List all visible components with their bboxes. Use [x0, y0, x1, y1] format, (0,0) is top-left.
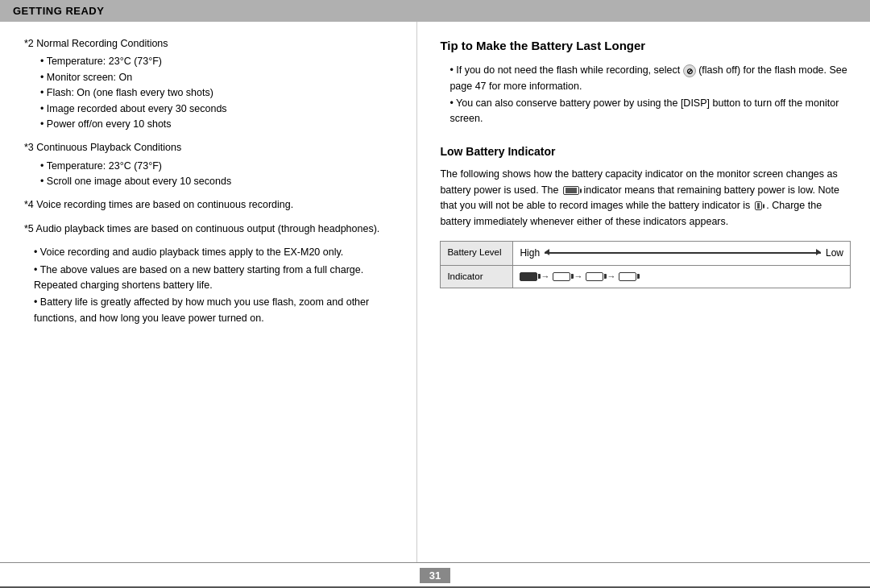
body-text: The following shows how the battery capa… — [440, 167, 851, 230]
note4-text: *4 Voice recording times are based on co… — [24, 197, 400, 213]
bullet1-part1: If you do not need the flash while recor… — [456, 64, 680, 76]
arrow-icon: → — [607, 270, 615, 284]
note2-title: *2 Normal Recording Conditions — [24, 36, 400, 52]
right-column: Tip to Make the Battery Last Longer If y… — [417, 22, 870, 562]
list-item: Battery life is greatly affected by how … — [34, 295, 400, 326]
page-number: 31 — [420, 568, 450, 583]
table-row-1: Battery Level High Low — [441, 241, 851, 265]
right-bullet-list: If you do not need the flash while recor… — [440, 63, 851, 127]
high-label: High — [520, 246, 540, 261]
right-list-item-1: If you do not need the flash while recor… — [450, 63, 851, 94]
list-item: Voice recording and audio playback times… — [34, 245, 400, 260]
header-label: GETTING READY — [13, 5, 104, 17]
header-bar: GETTING READY — [0, 0, 870, 22]
battery-icons-row: → → → — [520, 270, 843, 284]
list-item: Power off/on every 10 shots — [40, 117, 400, 132]
list-item: Temperature: 23°C (73°F) — [40, 54, 400, 69]
section2-title: Low Battery Indicator — [440, 143, 851, 161]
bullet-list: Voice recording and audio playback times… — [24, 245, 400, 326]
note2-block: *2 Normal Recording Conditions Temperatu… — [24, 36, 400, 132]
indicator-label: Indicator — [441, 265, 513, 288]
note5-block: *5 Audio playback times are based on con… — [24, 222, 400, 237]
flash-off-icon: ⊘ — [683, 64, 696, 77]
list-item: The above values are based on a new batt… — [34, 263, 400, 294]
battery-half-icon — [586, 272, 603, 281]
list-item: Scroll one image about every 10 seconds — [40, 174, 400, 189]
left-column: *2 Normal Recording Conditions Temperatu… — [0, 22, 417, 562]
battery-level-arrow — [545, 252, 821, 254]
list-item: Temperature: 23°C (73°F) — [40, 159, 400, 174]
right-list-item-2: You can also conserve battery power by u… — [450, 96, 851, 127]
indicator-icons: → → → — [513, 265, 851, 288]
note3-list: Temperature: 23°C (73°F) Scroll one imag… — [24, 159, 400, 190]
arrow-icon: → — [574, 270, 582, 284]
note2-list: Temperature: 23°C (73°F) Monitor screen:… — [24, 54, 400, 132]
note4-block: *4 Voice recording times are based on co… — [24, 197, 400, 213]
empty-battery-inline-icon — [755, 201, 762, 210]
note5-text: *5 Audio playback times are based on con… — [24, 222, 400, 237]
battery-level-values: High Low — [513, 241, 851, 265]
footer: 31 — [0, 562, 870, 586]
low-label: Low — [826, 246, 843, 261]
battery-3q-icon — [553, 272, 570, 281]
list-item: Flash: On (one flash every two shots) — [40, 85, 400, 101]
page-wrapper: GETTING READY *2 Normal Recording Condit… — [0, 0, 870, 588]
list-item: Monitor screen: On — [40, 70, 400, 85]
battery-level-label: Battery Level — [441, 241, 513, 265]
arrow-icon: → — [541, 270, 549, 284]
high-low-row: High Low — [520, 246, 843, 261]
battery-low-icon — [619, 272, 636, 281]
main-content: *2 Normal Recording Conditions Temperatu… — [0, 22, 870, 562]
table-row-2: Indicator → → — [441, 265, 851, 288]
battery-table: Battery Level High Low Indicator — [440, 241, 851, 288]
list-item: Image recorded about every 30 seconds — [40, 101, 400, 117]
section1-title: Tip to Make the Battery Last Longer — [440, 36, 851, 55]
low-battery-inline-icon — [563, 186, 579, 195]
note3-block: *3 Continuous Playback Conditions Temper… — [24, 140, 400, 189]
battery-full-icon — [520, 272, 537, 281]
note3-title: *3 Continuous Playback Conditions — [24, 140, 400, 155]
